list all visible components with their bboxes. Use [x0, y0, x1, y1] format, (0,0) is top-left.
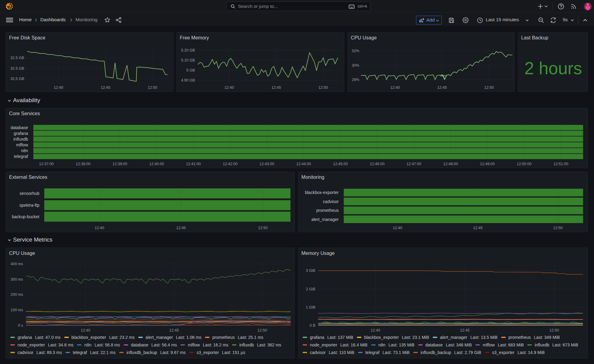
svg-text:12:40: 12:40 — [390, 85, 400, 90]
svg-text:12:46:00: 12:46:00 — [370, 162, 384, 166]
svg-text:12:43:00: 12:43:00 — [260, 162, 274, 166]
svg-text:cadvisor: cadvisor — [323, 199, 339, 204]
svg-text:100 ms: 100 ms — [11, 308, 23, 312]
svg-text:12:45: 12:45 — [473, 226, 482, 230]
svg-text:5.20 GB: 5.20 GB — [181, 48, 195, 52]
svg-text:12:49:00: 12:49:00 — [480, 162, 495, 166]
svg-text:200 ms: 200 ms — [11, 292, 23, 297]
svg-text:database: database — [11, 125, 28, 130]
svg-text:32.5 GB: 32.5 GB — [10, 56, 24, 60]
svg-text:12:40: 12:40 — [371, 328, 380, 332]
svg-text:12:45: 12:45 — [169, 328, 179, 332]
svg-text:5 GB: 5 GB — [186, 68, 195, 72]
svg-text:12:50: 12:50 — [553, 226, 562, 230]
svg-text:12:39:00: 12:39:00 — [112, 162, 127, 166]
svg-text:28%: 28% — [352, 78, 359, 82]
svg-text:12:50: 12:50 — [549, 328, 559, 332]
svg-text:12:50: 12:50 — [318, 85, 328, 90]
svg-text:telegraf: telegraf — [14, 154, 28, 159]
svg-text:spektra-ftp: spektra-ftp — [19, 203, 39, 208]
svg-text:12:45: 12:45 — [437, 85, 447, 90]
svg-text:12:37:00: 12:37:00 — [39, 162, 54, 166]
svg-text:3 GiB: 3 GiB — [306, 269, 315, 273]
svg-text:12:42:00: 12:42:00 — [223, 162, 238, 166]
svg-text:12:45: 12:45 — [176, 226, 186, 230]
svg-text:2 GiB: 2 GiB — [306, 287, 315, 291]
svg-text:32%: 32% — [352, 49, 359, 53]
svg-text:12:44:00: 12:44:00 — [296, 162, 311, 166]
svg-text:4.90 GB: 4.90 GB — [181, 78, 195, 82]
svg-text:12:40: 12:40 — [81, 328, 90, 332]
svg-text:12:45:00: 12:45:00 — [333, 162, 348, 166]
svg-text:12:50: 12:50 — [148, 85, 157, 90]
svg-text:influxdb: influxdb — [13, 137, 28, 142]
svg-text:blackbox-exporter: blackbox-exporter — [305, 190, 339, 195]
svg-text:alert_manager: alert_manager — [311, 217, 339, 222]
svg-text:12:40: 12:40 — [224, 85, 234, 90]
svg-text:0 s: 0 s — [18, 323, 23, 328]
svg-text:400 ms: 400 ms — [11, 262, 23, 266]
svg-text:32.5 GB: 32.5 GB — [10, 66, 24, 71]
svg-text:32.5 GB: 32.5 GB — [10, 77, 24, 81]
svg-text:sensorhub: sensorhub — [20, 191, 40, 196]
svg-text:0 B: 0 B — [310, 323, 315, 328]
svg-text:30%: 30% — [352, 63, 359, 68]
svg-text:prometheus: prometheus — [316, 208, 339, 213]
svg-text:12:47:00: 12:47:00 — [407, 162, 421, 166]
svg-text:12:40: 12:40 — [95, 226, 104, 230]
svg-text:12:45: 12:45 — [271, 85, 281, 90]
svg-text:300 ms: 300 ms — [11, 277, 23, 282]
svg-text:12:40: 12:40 — [393, 226, 402, 230]
svg-text:12:48:00: 12:48:00 — [443, 162, 458, 166]
svg-text:grafana: grafana — [14, 131, 28, 136]
svg-text:12:40:00: 12:40:00 — [149, 162, 164, 166]
svg-text:12:45: 12:45 — [460, 328, 469, 332]
svg-text:n8n: n8n — [21, 148, 28, 153]
svg-text:12:50: 12:50 — [257, 328, 267, 332]
svg-text:backup-bucket: backup-bucket — [12, 214, 39, 219]
svg-text:12:50: 12:50 — [484, 85, 494, 90]
svg-text:mlflow: mlflow — [16, 142, 29, 147]
svg-text:12:41:00: 12:41:00 — [186, 162, 201, 166]
svg-text:5.10 GB: 5.10 GB — [181, 58, 195, 62]
svg-text:12:50:00: 12:50:00 — [517, 162, 532, 166]
svg-text:1 GiB: 1 GiB — [306, 305, 315, 309]
svg-text:12:40: 12:40 — [54, 85, 63, 90]
svg-text:12:45: 12:45 — [101, 85, 110, 90]
svg-text:12:38:00: 12:38:00 — [76, 162, 91, 166]
svg-text:12:51:00: 12:51:00 — [553, 162, 568, 166]
svg-text:12:50: 12:50 — [258, 226, 267, 230]
